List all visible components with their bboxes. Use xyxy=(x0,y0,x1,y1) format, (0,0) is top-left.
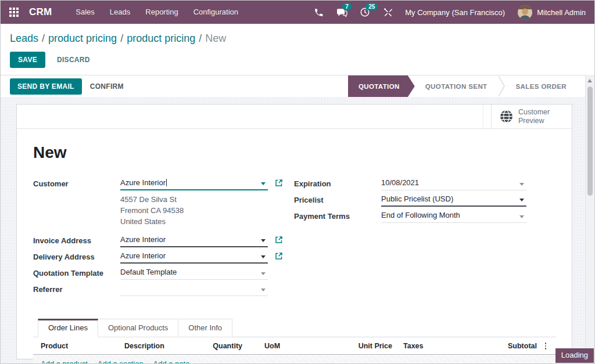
tab-optional-products[interactable]: Optional Products xyxy=(98,319,178,337)
invoice-address-label: Invoice Address xyxy=(33,236,120,245)
column-header-subtotal: Subtotal xyxy=(485,342,537,350)
invoice-address-external-link-icon[interactable] xyxy=(275,236,283,244)
nav-menu-reporting[interactable]: Reporting xyxy=(138,1,185,24)
pricelist-dropdown-caret-icon[interactable] xyxy=(519,199,524,201)
delivery-address-input[interactable]: Azure Interior xyxy=(120,250,268,264)
breadcrumb-separator: / xyxy=(117,33,127,44)
app-brand[interactable]: CRM xyxy=(29,6,52,18)
tools-icon[interactable] xyxy=(378,1,398,24)
customer-label: Customer xyxy=(33,179,120,188)
column-header-taxes: Taxes xyxy=(392,342,485,350)
column-options-kebab-icon[interactable] xyxy=(544,341,548,351)
user-avatar[interactable] xyxy=(518,5,532,20)
scrollbar-thumb[interactable] xyxy=(587,87,593,196)
customer-preview-button[interactable]: Customer Preview xyxy=(491,104,572,128)
customer-address: 4557 De Silva St Fremont CA 94538 United… xyxy=(120,194,294,227)
expiration-label: Expiration xyxy=(294,179,381,188)
delivery-address-label: Delivery Address xyxy=(33,253,120,261)
form-column-left: Customer Azure Interior 4557 De Silva St… xyxy=(33,175,294,297)
stage-quotation-sent[interactable]: QUOTATION SENT xyxy=(415,75,498,97)
breadcrumb-link-leads[interactable]: Leads xyxy=(10,33,38,44)
confirm-button[interactable]: CONFIRM xyxy=(87,78,127,95)
delivery-address-external-link-icon[interactable] xyxy=(275,252,283,260)
quotation-template-label: Quotation Template xyxy=(33,269,120,277)
breadcrumb-current: New xyxy=(205,33,226,44)
add-a-product-link[interactable]: Add a product xyxy=(41,359,88,364)
customer-preview-label: Customer Preview xyxy=(518,108,550,125)
messages-badge: 7 xyxy=(342,3,352,10)
column-header-unit-price: Unit Price xyxy=(306,342,392,350)
discard-button[interactable]: DISCARD xyxy=(53,52,94,68)
statusbar: SEND BY EMAIL CONFIRM QUOTATION QUOTATIO… xyxy=(1,75,586,98)
add-a-section-link[interactable]: Add a section xyxy=(98,359,144,364)
nav-menu-sales[interactable]: Sales xyxy=(68,1,102,24)
payment-terms-dropdown-caret-icon[interactable] xyxy=(519,215,524,218)
content-area: Customer Preview New Customer Azure Inte… xyxy=(1,97,586,364)
stage-sales-order[interactable]: SALES ORDER xyxy=(506,75,577,97)
user-menu[interactable]: Mitchell Admin xyxy=(537,8,586,17)
referrer-label: Referrer xyxy=(33,285,120,294)
customer-input[interactable]: Azure Interior xyxy=(120,176,268,190)
company-switcher[interactable]: My Company (San Francisco) xyxy=(405,8,505,17)
activities-badge: 25 xyxy=(365,3,378,10)
send-by-email-button[interactable]: SEND BY EMAIL xyxy=(10,78,82,95)
messages-icon[interactable]: 7 xyxy=(332,1,352,24)
order-lines-actions-row: Add a product Add a section Add a note xyxy=(33,355,555,364)
apps-menu-icon[interactable] xyxy=(9,8,19,17)
globe-icon xyxy=(500,110,513,123)
form-sheet: Customer Preview New Customer Azure Inte… xyxy=(16,104,572,359)
referrer-input[interactable] xyxy=(120,282,268,296)
breadcrumb-link-product-pricing-1[interactable]: product pricing xyxy=(48,33,117,44)
stage-separator-icon xyxy=(498,75,506,97)
invoice-address-input[interactable]: Azure Interior xyxy=(120,233,268,247)
control-buttons: SAVE DISCARD xyxy=(10,52,585,68)
form-column-right: Expiration 10/08/2021 Pricelist Public P… xyxy=(294,175,555,297)
column-header-product: Product xyxy=(33,342,124,350)
stage-pipeline: QUOTATION QUOTATION SENT SALES ORDER xyxy=(348,75,577,97)
form-grid: Customer Azure Interior 4557 De Silva St… xyxy=(33,175,555,297)
quotation-template-input[interactable]: Default Template xyxy=(120,266,268,280)
control-panel: Leads/product pricing/product pricing/Ne… xyxy=(1,24,594,75)
notebook-tabs: Order Lines Optional Products Other Info xyxy=(33,319,555,337)
phone-icon[interactable] xyxy=(309,1,328,24)
pricelist-input[interactable]: Public Pricelist (USD) xyxy=(381,193,526,207)
expiration-input[interactable]: 10/08/2021 xyxy=(381,176,526,190)
column-header-description: Description xyxy=(124,342,206,350)
nav-menu-configuration[interactable]: Configuration xyxy=(186,1,246,24)
activities-icon[interactable]: 25 xyxy=(355,1,375,24)
payment-terms-label: Payment Terms xyxy=(294,212,381,221)
tab-order-lines[interactable]: Order Lines xyxy=(38,319,98,337)
stage-quotation[interactable]: QUOTATION xyxy=(348,75,415,97)
breadcrumb-separator: / xyxy=(195,33,205,44)
referrer-dropdown-caret-icon[interactable] xyxy=(261,289,266,291)
payment-terms-input[interactable]: End of Following Month xyxy=(381,209,526,223)
systray: 7 25 xyxy=(309,1,398,24)
pricelist-label: Pricelist xyxy=(294,196,381,204)
sheet-body: New Customer Azure Interior 4557 De Silv… xyxy=(17,143,572,364)
customer-external-link-icon[interactable] xyxy=(275,179,283,187)
page-title: New xyxy=(33,143,555,162)
quotation-template-dropdown-caret-icon[interactable] xyxy=(261,272,266,275)
tab-other-info[interactable]: Other Info xyxy=(178,319,232,337)
top-navbar: CRM Sales Leads Reporting Configuration … xyxy=(1,1,594,24)
text-cursor xyxy=(166,179,167,186)
column-header-quantity: Quantity xyxy=(206,342,242,350)
invoice-address-dropdown-caret-icon[interactable] xyxy=(261,239,266,242)
add-a-note-link[interactable]: Add a note xyxy=(153,359,190,364)
delivery-address-dropdown-caret-icon[interactable] xyxy=(261,255,266,258)
column-header-uom: UoM xyxy=(242,342,306,350)
order-lines-header-row: Product Description Quantity UoM Unit Pr… xyxy=(33,337,555,355)
vertical-scrollbar[interactable] xyxy=(585,75,594,364)
breadcrumb-link-product-pricing-2[interactable]: product pricing xyxy=(127,33,195,44)
breadcrumb-separator: / xyxy=(38,33,48,44)
scroll-up-arrow-icon[interactable] xyxy=(587,79,592,82)
save-button[interactable]: SAVE xyxy=(10,52,45,68)
breadcrumb: Leads/product pricing/product pricing/Ne… xyxy=(10,31,585,46)
customer-dropdown-caret-icon[interactable] xyxy=(261,182,266,185)
loading-indicator: Loading xyxy=(555,348,594,363)
expiration-dropdown-caret-icon[interactable] xyxy=(519,183,524,186)
button-box: Customer Preview xyxy=(17,104,572,129)
nav-menu-leads[interactable]: Leads xyxy=(102,1,138,24)
